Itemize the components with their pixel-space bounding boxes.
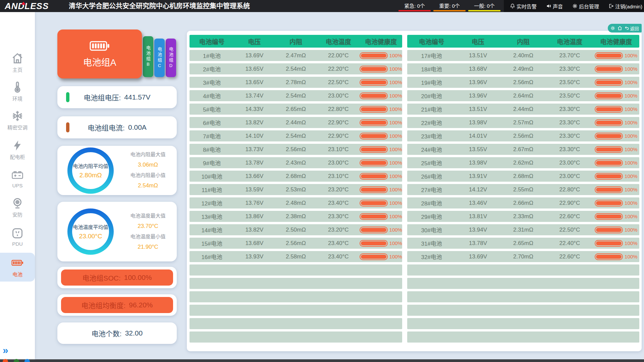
table-row: 27#电池 14.12V 2.55mΩ 22.80°C 100% [407, 184, 639, 195]
table-row: 14#电池 13.82V 2.50mΩ 23.20°C 100% [190, 224, 402, 235]
health-percent: 100% [625, 254, 637, 259]
alarm-counter-general[interactable]: 一般: 0个 [468, 2, 500, 11]
alarm-urgent-count: 0个 [417, 3, 425, 9]
health-bar [360, 106, 387, 113]
battery-health-cell: 100% [593, 173, 639, 180]
alarm-general-count: 0个 [487, 3, 495, 9]
status-dot-green[interactable] [14, 359, 19, 362]
battery-id: 19#电池 [407, 78, 456, 86]
sidebar-item-power-distribution[interactable]: 配电柜 [0, 137, 35, 163]
battery-resistance: 2.44mΩ [500, 106, 546, 113]
table-row: 28#电池 13.46V 2.66mΩ 22.90°C 100% [407, 197, 639, 208]
status-dot-blue[interactable] [24, 359, 30, 362]
battery-health-cell: 100% [593, 186, 639, 193]
resistance-gauge-card: 电池内阻平均值 2.80mΩ 电池内阻最大值 3.06mΩ 电池内阻最小值 2.… [57, 146, 177, 195]
sidebar-item-home[interactable]: 主页 [0, 50, 35, 76]
health-percent: 100% [625, 187, 637, 192]
battery-health-cell: 100% [360, 52, 402, 59]
health-bar [595, 227, 623, 233]
voltage-indicator-bar [66, 92, 69, 102]
empty-table-row [190, 291, 402, 302]
sidebar-item-pdu[interactable]: PDU [0, 224, 35, 250]
admin-backend-button[interactable]: 后台管理 [572, 3, 599, 10]
health-percent: 100% [389, 133, 402, 139]
table-row: 5#电池 14.33V 2.65mΩ 22.80°C 100% [190, 104, 402, 115]
battery-temperature: 23.30°C [546, 106, 593, 113]
alarm-counter-urgent[interactable]: 紧急: 0个 [398, 2, 431, 11]
battery-resistance: 2.67mΩ [500, 146, 546, 153]
system-title: 清华大学合肥公共安全研究院中心机房环境监控集中管理系统 [69, 0, 250, 12]
group-current-value: 0.00A [128, 123, 147, 131]
battery-id: 11#电池 [190, 185, 234, 194]
status-dot-red[interactable] [3, 359, 8, 362]
alarm-important-label: 重要: [439, 3, 450, 9]
sound-button[interactable]: 声音 [546, 3, 563, 10]
health-percent: 100% [625, 66, 637, 72]
battery-temperature: 22.90°C [546, 200, 593, 206]
table-row: 17#电池 13.51V 2.40mΩ 23.70°C 100% [407, 50, 639, 61]
health-bar [595, 146, 623, 153]
health-bar [360, 186, 387, 193]
alarm-important-bar [433, 10, 466, 11]
battery-voltage: 13.82V [234, 227, 274, 233]
back-button[interactable]: 返回 [625, 25, 639, 32]
battery-group-d-tab[interactable]: 电池组D [166, 39, 176, 77]
battery-voltage: 13.74V [234, 93, 274, 99]
sidebar-item-security[interactable]: 安防 [0, 194, 35, 221]
health-percent: 100% [389, 227, 402, 233]
temperature-min-value: 21.90°C [122, 242, 174, 252]
battery-resistance: 2.62mΩ [500, 160, 546, 166]
resistance-avg-value: 2.80mΩ [79, 172, 102, 179]
settings-icon[interactable] [610, 26, 615, 31]
resistance-avg-label: 电池内阻平均值 [73, 162, 108, 169]
battery-voltage: 14.12V [456, 186, 500, 193]
battery-group-c-tab[interactable]: 电池组C [154, 39, 165, 77]
health-bar [595, 200, 623, 206]
home-icon[interactable] [618, 26, 622, 31]
battery-health-cell: 100% [593, 79, 639, 86]
battery-health-cell: 100% [360, 160, 402, 166]
logout-button[interactable]: 注销(admin) [608, 3, 642, 10]
battery-id: 9#电池 [190, 159, 234, 167]
alarm-counter-important[interactable]: 重要: 0个 [433, 2, 466, 11]
empty-table-row [190, 305, 402, 316]
battery-temperature: 22.80°C [546, 186, 593, 193]
sidebar-item-ups[interactable]: UPS [0, 166, 35, 192]
sidebar-item-precision-ac[interactable]: 精密空调 [0, 107, 35, 133]
battery-group-a-tab[interactable]: 电池组A [57, 29, 142, 78]
realtime-alarm-button[interactable]: 实时告警 [510, 3, 537, 10]
health-bar [595, 106, 623, 113]
empty-table-row [190, 264, 402, 276]
battery-resistance: 2.54mΩ [275, 93, 317, 99]
health-percent: 100% [625, 200, 637, 206]
battery-health-cell: 100% [360, 79, 402, 86]
battery-group-b-tab[interactable]: 电池组B [143, 36, 153, 77]
health-percent: 100% [389, 79, 402, 85]
health-bar [360, 213, 387, 220]
sidebar-item-battery[interactable]: 电池 [0, 253, 35, 282]
battery-temperature: 23.20°C [317, 186, 360, 193]
battery-temperature: 22.90°C [317, 119, 360, 126]
battery-id: 32#电池 [407, 252, 456, 261]
battery-voltage: 13.68V [234, 240, 274, 247]
battery-tables-card: 电池编号 电压 内阻 电池温度 电池健康度 1#电池 13.69V 2.47mΩ… [187, 31, 642, 351]
health-percent: 100% [625, 146, 637, 152]
resistance-max-label: 电池内阻最大值 [122, 149, 174, 160]
battery-voltage: 13.66V [234, 173, 274, 180]
sidebar-item-environment[interactable]: 环境 [0, 78, 35, 105]
battery-count-card: 电池个数: 32.00 [57, 322, 177, 344]
battery-count-label: 电池个数: [92, 328, 122, 338]
table-row: 2#电池 13.65V 2.54mΩ 22.20°C 100% [190, 63, 402, 74]
battery-temperature: 23.40°C [317, 200, 360, 206]
battery-health-cell: 100% [593, 146, 639, 153]
current-indicator-bar [66, 122, 69, 132]
battery-temperature: 23.50°C [546, 93, 593, 99]
battery-temperature: 23.00°C [317, 160, 360, 166]
battery-health-cell: 100% [360, 133, 402, 139]
battery-id: 8#电池 [190, 145, 234, 154]
health-percent: 100% [625, 106, 637, 112]
health-bar [360, 173, 387, 180]
health-bar [595, 240, 623, 247]
expand-icon[interactable]: » [3, 345, 8, 355]
health-bar [360, 52, 387, 59]
